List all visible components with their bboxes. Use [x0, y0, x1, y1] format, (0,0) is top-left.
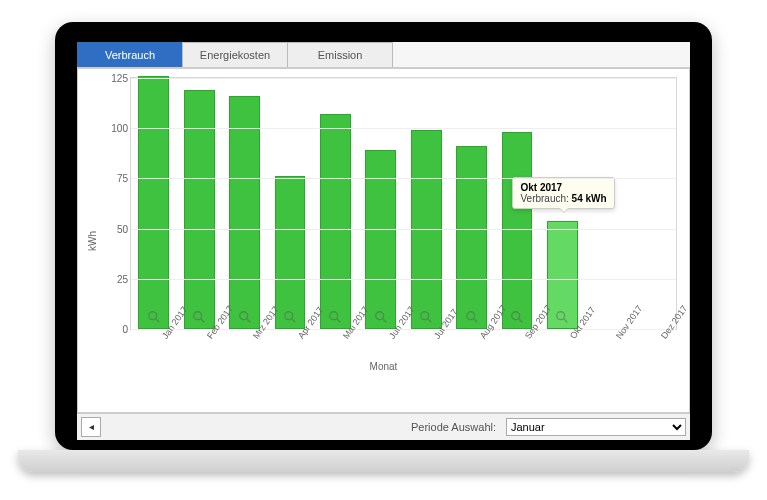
magnifier-icon[interactable]	[374, 310, 388, 324]
bar-sep-2017[interactable]	[502, 132, 533, 329]
y-tick: 50	[110, 223, 128, 234]
svg-line-11	[383, 319, 387, 323]
tab-bar: Verbrauch Energiekosten Emission	[77, 42, 690, 68]
svg-point-6	[285, 312, 293, 320]
magnifier-icon[interactable]	[465, 310, 479, 324]
y-tick: 75	[110, 173, 128, 184]
tab-emission[interactable]: Emission	[287, 42, 393, 67]
y-tick: 125	[110, 73, 128, 84]
svg-point-18	[557, 312, 565, 320]
chevron-left-icon: ◂	[89, 422, 94, 432]
tab-energiekosten[interactable]: Energiekosten	[182, 42, 288, 67]
svg-point-8	[330, 312, 338, 320]
svg-line-19	[564, 319, 568, 323]
footer-bar: ◂ Periode Auswahl: Januar	[77, 413, 690, 440]
x-axis-label: Monat	[78, 361, 689, 372]
app-root: Verbrauch Energiekosten Emission kWh Mon…	[77, 42, 690, 440]
y-axis-label: kWh	[87, 231, 98, 251]
magnifier-icon[interactable]	[147, 310, 161, 324]
bar-apr-2017[interactable]	[275, 176, 306, 329]
svg-line-15	[473, 319, 477, 323]
bar-jul-2017[interactable]	[411, 130, 442, 329]
bar-mai-2017[interactable]	[320, 114, 351, 329]
svg-line-9	[337, 319, 341, 323]
period-select[interactable]: Januar	[506, 418, 686, 436]
laptop-mock: Verbrauch Energiekosten Emission kWh Mon…	[0, 0, 767, 500]
svg-point-2	[194, 312, 202, 320]
bar-okt-2017[interactable]	[547, 221, 578, 329]
bar-mrz-2017[interactable]	[229, 96, 260, 329]
y-tick: 0	[110, 324, 128, 335]
screen: Verbrauch Energiekosten Emission kWh Mon…	[77, 42, 690, 440]
bar-jan-2017[interactable]	[138, 76, 169, 329]
period-label: Periode Auswahl:	[411, 421, 496, 433]
magnifier-icon[interactable]	[419, 310, 433, 324]
svg-point-0	[148, 312, 156, 320]
magnifier-icon[interactable]	[328, 310, 342, 324]
svg-line-17	[519, 319, 523, 323]
svg-point-4	[239, 312, 247, 320]
bar-aug-2017[interactable]	[456, 146, 487, 329]
bar-feb-2017[interactable]	[184, 90, 215, 329]
svg-point-10	[376, 312, 384, 320]
magnifier-icon[interactable]	[238, 310, 252, 324]
tab-verbrauch[interactable]: Verbrauch	[77, 42, 183, 67]
svg-line-7	[292, 319, 296, 323]
magnifier-icon[interactable]	[283, 310, 297, 324]
svg-point-12	[421, 312, 429, 320]
laptop-bezel: Verbrauch Energiekosten Emission kWh Mon…	[55, 22, 712, 450]
bars-layer	[131, 78, 676, 329]
bar-jun-2017[interactable]	[365, 150, 396, 329]
y-tick: 25	[110, 273, 128, 284]
plot-area: Okt 2017 Verbrauch: 54 kWh Jan 2017Feb 2…	[130, 77, 677, 330]
laptop-base	[18, 450, 749, 472]
magnifier-icon[interactable]	[555, 310, 569, 324]
svg-point-14	[466, 312, 474, 320]
magnifier-icon[interactable]	[192, 310, 206, 324]
chart-container: kWh Monat Okt 2017 Verbrauch: 54 kWh Jan…	[77, 68, 690, 413]
magnifier-icon[interactable]	[510, 310, 524, 324]
svg-line-1	[155, 319, 159, 323]
svg-line-13	[428, 319, 432, 323]
svg-point-16	[512, 312, 520, 320]
y-tick: 100	[110, 123, 128, 134]
svg-line-3	[201, 319, 205, 323]
prev-button[interactable]: ◂	[81, 417, 101, 437]
svg-line-5	[246, 319, 250, 323]
